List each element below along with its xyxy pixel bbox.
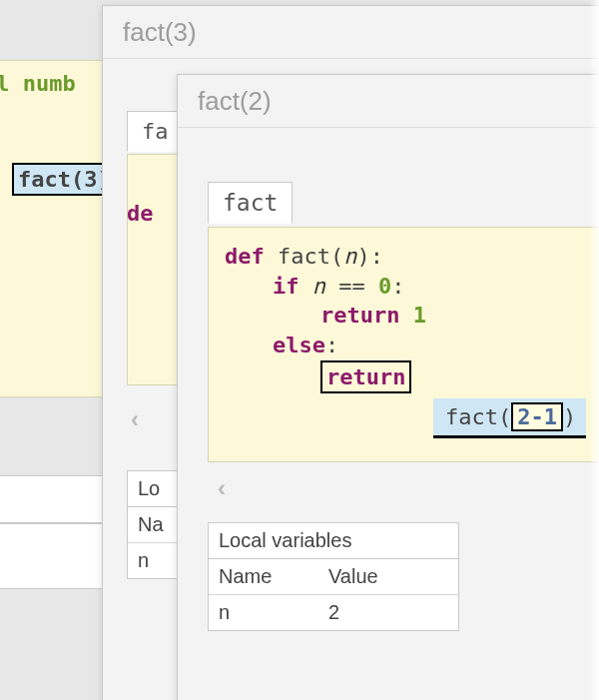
background-code-fragment: al numb	[0, 71, 76, 96]
code-fragment-fact3: de	[127, 201, 154, 226]
right-edge-fade	[589, 0, 599, 700]
chevron-left-icon[interactable]: ‹	[218, 474, 226, 502]
code-line-return-1: return 1	[225, 301, 599, 331]
locals-row-value: 2	[318, 595, 458, 630]
recursive-call-chip[interactable]: fact(2-1)	[433, 398, 586, 435]
background-locals-title-fragment	[0, 475, 112, 523]
code-tab-fact2[interactable]: fact	[208, 182, 293, 224]
frame-title-fact3: fact(3)	[103, 6, 599, 59]
locals-row-name: n	[209, 595, 318, 630]
background-locals-body-fragment	[0, 523, 112, 589]
locals-header: Name Value	[209, 559, 458, 595]
code-line-else: else:	[225, 331, 599, 360]
code-line-def: def fact(n):	[225, 242, 599, 272]
background-call-chip: fact(3)	[12, 163, 117, 196]
code-tab-fact3[interactable]: fa	[127, 111, 184, 152]
stack-frame-panel-fact2[interactable]: fact(2) fact def fact(n): if n == 0: ret…	[177, 74, 599, 700]
current-step-highlight: return	[320, 360, 411, 394]
frame-title-fact2: fact(2)	[178, 75, 599, 128]
locals-head-value: Value	[318, 559, 458, 595]
locals-head-name: Name	[209, 559, 318, 595]
code-line-if: if n == 0:	[225, 272, 599, 302]
callout-fn: fact	[445, 404, 498, 429]
locals-row: n 2	[209, 595, 458, 630]
local-variables-pane-fact2: Local variables Name Value n 2	[208, 522, 459, 631]
code-line-return-2: return	[225, 360, 599, 394]
chevron-left-icon[interactable]: ‹	[131, 405, 139, 433]
locals-title: Local variables	[209, 523, 458, 559]
callout-arg-box: 2-1	[511, 402, 563, 431]
